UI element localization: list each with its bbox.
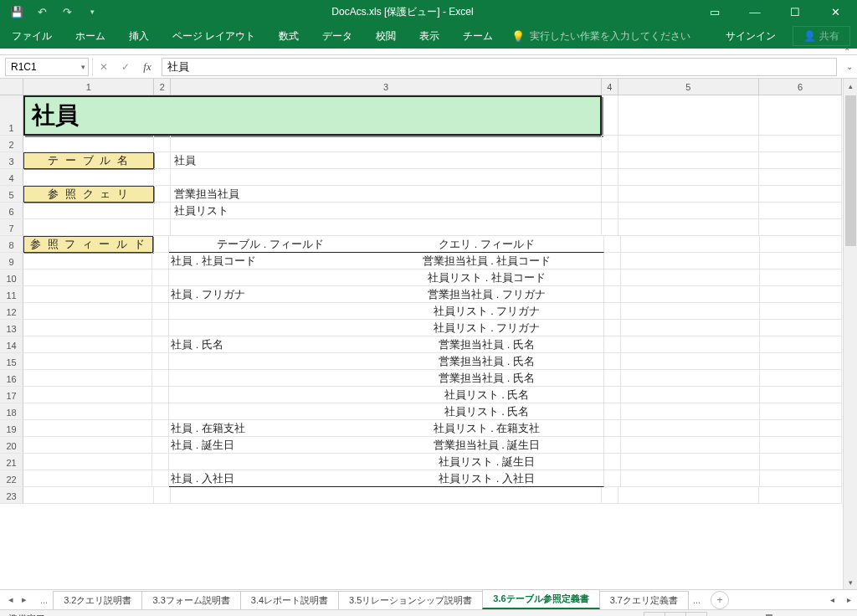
- tab-pagelayout[interactable]: ページ レイアウト: [161, 23, 267, 49]
- select-all-button[interactable]: [0, 79, 23, 95]
- field-row[interactable]: 社員 . 入社日社員リスト . 入社日: [169, 470, 604, 487]
- field-row[interactable]: 社員リスト . 誕生日: [169, 454, 604, 470]
- row-header[interactable]: 12: [0, 303, 23, 320]
- sheet-tab[interactable]: 3.2クエリ説明書: [53, 591, 142, 609]
- label-ref-query[interactable]: 参 照 ク ェ リ: [23, 186, 154, 203]
- row-header[interactable]: 5: [0, 186, 23, 203]
- row-header[interactable]: 2: [0, 136, 23, 152]
- field-row[interactable]: 社員 . 在籍支社社員リスト . 在籍支社: [169, 420, 604, 437]
- field-row[interactable]: 社員 . 氏名営業担当社員 . 氏名: [169, 336, 604, 353]
- row-header[interactable]: 19: [0, 420, 23, 437]
- row-header[interactable]: 4: [0, 169, 23, 186]
- scroll-down-icon[interactable]: ▾: [844, 575, 857, 589]
- row-header[interactable]: 23: [0, 487, 23, 504]
- sheet-tabs-more[interactable]: ...: [688, 595, 706, 605]
- field-row[interactable]: 営業担当社員 . 氏名: [169, 353, 604, 370]
- cells-area[interactable]: 社員 テ ー ブ ル 名 社員 参 照 ク ェ リ 営業担当社員 社員リスト: [23, 95, 842, 589]
- tab-review[interactable]: 校閲: [364, 23, 408, 49]
- sheet-tab[interactable]: 3.4レポート説明書: [240, 591, 339, 609]
- ribbon-display-icon[interactable]: ▭: [696, 2, 733, 22]
- fx-icon[interactable]: fx: [136, 58, 158, 76]
- row-header[interactable]: 8: [0, 236, 23, 253]
- tab-team[interactable]: チーム: [451, 23, 505, 49]
- tab-insert[interactable]: 挿入: [117, 23, 161, 49]
- collapse-ribbon-icon[interactable]: ⌃: [844, 47, 850, 56]
- share-button[interactable]: 👤 共有: [793, 26, 850, 46]
- sheet-tab[interactable]: 3.6テーブル参照定義書: [482, 589, 599, 609]
- row-header[interactable]: 13: [0, 320, 23, 336]
- field-row[interactable]: 営業担当社員 . 氏名: [169, 370, 604, 387]
- formula-input[interactable]: 社員: [162, 58, 837, 76]
- row-header[interactable]: 20: [0, 437, 23, 454]
- tab-formulas[interactable]: 数式: [267, 23, 310, 49]
- save-icon[interactable]: 💾: [5, 2, 28, 22]
- row-header[interactable]: 9: [0, 253, 23, 270]
- row-header[interactable]: 14: [0, 336, 23, 353]
- label-ref-field[interactable]: 参 照 フ ィ ー ル ド: [23, 236, 153, 253]
- row-header[interactable]: 17: [0, 387, 23, 403]
- maximize-icon[interactable]: ☐: [777, 2, 813, 22]
- label-table-name[interactable]: テ ー ブ ル 名: [23, 152, 154, 169]
- sheet-tab[interactable]: 3.3フォーム説明書: [141, 591, 240, 609]
- field-row[interactable]: 社員リスト . 氏名: [169, 403, 604, 420]
- sheet-tab[interactable]: 3.7クエリ定義書: [599, 591, 689, 609]
- field-row[interactable]: 社員 . フリガナ営業担当社員 . フリガナ: [169, 286, 604, 303]
- cancel-icon[interactable]: ✕: [93, 58, 115, 76]
- row-header[interactable]: 6: [0, 203, 23, 219]
- col-header[interactable]: 5: [618, 79, 759, 95]
- minimize-icon[interactable]: —: [736, 2, 773, 22]
- row-header[interactable]: 21: [0, 454, 23, 470]
- field-row[interactable]: 社員リスト . フリガナ: [169, 320, 604, 336]
- tab-file[interactable]: ファイル: [3, 23, 64, 49]
- tab-view[interactable]: 表示: [408, 23, 451, 49]
- row-header[interactable]: 22: [0, 470, 23, 487]
- row-header[interactable]: 18: [0, 403, 23, 420]
- scroll-up-icon[interactable]: ▴: [844, 79, 857, 93]
- col-header[interactable]: 2: [154, 79, 171, 95]
- col-header[interactable]: 3: [171, 79, 602, 95]
- row-header[interactable]: 15: [0, 353, 23, 370]
- tab-home[interactable]: ホーム: [64, 23, 117, 49]
- enter-icon[interactable]: ✓: [115, 58, 136, 76]
- row-header[interactable]: 7: [0, 219, 23, 236]
- tab-data[interactable]: データ: [310, 23, 364, 49]
- tell-me-box[interactable]: 💡 実行したい作業を入力してください: [511, 23, 690, 49]
- field-row[interactable]: 社員リスト . 氏名: [169, 387, 604, 403]
- pagelayout-view-icon[interactable]: ▤: [665, 612, 686, 617]
- field-row[interactable]: 社員リスト . 社員コード: [169, 270, 604, 286]
- row-header[interactable]: 10: [0, 270, 23, 286]
- pagebreak-view-icon[interactable]: ▥: [685, 612, 707, 617]
- row-header[interactable]: 3: [0, 152, 23, 169]
- row-header[interactable]: 11: [0, 286, 23, 303]
- value-ref-query[interactable]: 営業担当社員: [171, 186, 602, 203]
- col-header[interactable]: 6: [759, 79, 842, 95]
- field-row[interactable]: 社員 . 社員コード営業担当社員 . 社員コード: [169, 253, 604, 270]
- sheet-nav-prev-icon[interactable]: ◂: [5, 594, 17, 605]
- signin-link[interactable]: サインイン: [712, 23, 789, 49]
- value-table-name[interactable]: 社員: [171, 152, 602, 169]
- col-header[interactable]: 4: [602, 79, 618, 95]
- hscroll-left-icon[interactable]: ◂: [824, 595, 840, 604]
- vertical-scrollbar[interactable]: ▴ ▾: [843, 79, 857, 589]
- name-box[interactable]: R1C1 ▾: [5, 58, 89, 76]
- close-icon[interactable]: ✕: [817, 2, 854, 22]
- field-row[interactable]: 社員 . 誕生日営業担当社員 . 誕生日: [169, 437, 604, 454]
- name-box-dropdown-icon[interactable]: ▾: [81, 63, 85, 71]
- hscroll-right-icon[interactable]: ▸: [840, 595, 857, 604]
- expand-formula-bar-icon[interactable]: ⌄: [842, 62, 857, 71]
- sheet-title-cell[interactable]: 社員: [23, 95, 602, 136]
- scroll-thumb[interactable]: [845, 95, 856, 246]
- sheet-nav-next-icon[interactable]: ▸: [18, 594, 30, 605]
- qat-dropdown-icon[interactable]: ▾: [80, 2, 104, 22]
- field-header-row[interactable]: テーブル . フィールド クエリ . フィールド: [169, 236, 604, 253]
- redo-icon[interactable]: ↷: [55, 2, 79, 22]
- col-header[interactable]: 1: [23, 79, 154, 95]
- sheet-tab[interactable]: 3.5リレーションシップ説明書: [338, 591, 483, 609]
- sheet-tabs-ellipsis[interactable]: ...: [35, 595, 53, 605]
- undo-icon[interactable]: ↶: [30, 2, 54, 22]
- value-ref-query[interactable]: 社員リスト: [171, 203, 602, 219]
- row-header[interactable]: 1: [0, 95, 23, 136]
- normal-view-icon[interactable]: ▦: [644, 612, 665, 617]
- field-row[interactable]: 社員リスト . フリガナ: [169, 303, 604, 320]
- row-header[interactable]: 16: [0, 370, 23, 387]
